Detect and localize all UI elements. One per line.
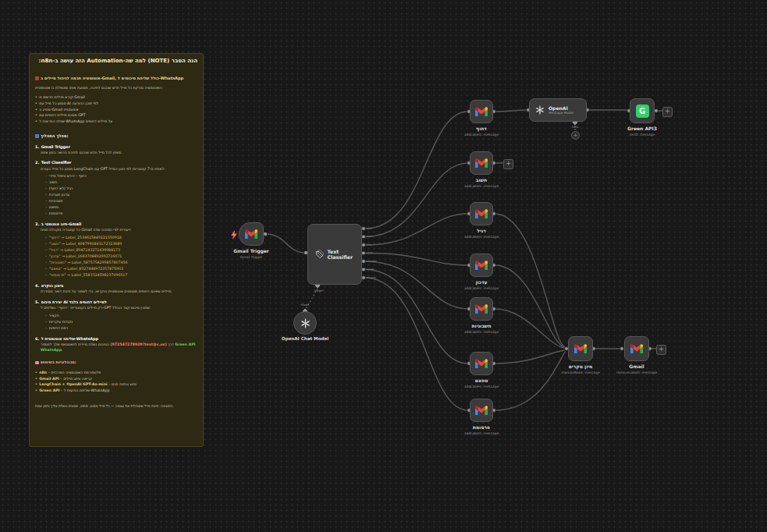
list-item: חשבוניות [45,199,197,204]
node-category-spam[interactable]: ספאם addLabels: message [470,352,493,375]
note-intro-heading: אוטומציה חכמה לניהול מיילים ב-Gmail, כול… [35,76,197,81]
output-label: ספאם [367,268,374,271]
label-mapping: "פרסומות" → Label_5583324598237096517 [45,273,197,278]
add-node-button[interactable]: + [656,345,666,355]
label-mapping: "חשבוניות" → Label_5875754299857807456 [45,261,197,266]
note-step-5: 5.יצירת סיכום AI למיילים דחופים בלבד רק … [35,300,197,332]
node-subtitle: addLabels: message [464,431,499,435]
node-subtitle: addLabels: message [464,286,499,290]
node-label: Gmail Trigger [233,248,269,254]
node-label: OpenAI Chat Model [282,336,329,341]
node-openai-chat-model[interactable]: Model OpenAI Chat Model [293,311,317,335]
output-label: דחוף [367,227,372,230]
label-mapping: "רגיל" → Label_8947143271439984173 [45,248,197,254]
add-node-button[interactable]: + [662,107,673,117]
node-subtitle: Message Model [549,111,573,115]
list-item: LangChain + OpenAI GPT-4o-mini – סיווג ו… [35,382,197,388]
node-subtitle: addLabels: message [464,235,499,239]
output-label: חשבוניות [367,260,377,263]
sticky-note[interactable]: הנה הסבר (NOTE) למה שה-Automation הזה עו… [29,53,204,447]
node-subtitle: removeLabels: message [616,371,657,374]
node-text-classifier[interactable]: Text Classifier דחוף חשוב רגיל עדכון חשב… [307,224,362,285]
output-label: פרסומת [367,276,376,279]
node-subtitle: addLabels: message [464,133,499,137]
gmail-icon [475,158,488,168]
openai-icon [300,317,311,329]
node-green-api[interactable]: G Green API3 send: message [630,98,655,123]
label-mapping: "ספאם" → Label_8327448972357875903 [45,267,197,272]
gmail-icon [475,406,488,416]
note-title: הנה הסבר (NOTE) למה שה-Automation הזה עו… [35,58,197,65]
node-mark-read[interactable]: מיון מקרים markAsRead: message [568,336,593,361]
node-subtitle: markAsRead: message [561,371,599,374]
gmail-icon [475,261,488,271]
label-mapping: "דחוף" → Label_2534615849221550918 [45,236,197,241]
node-label: פרסומת [473,424,490,430]
gmail-icon [574,344,587,354]
gmail-icon [630,344,643,354]
node-category-important[interactable]: חשוב addLabels: message [470,151,493,175]
gmail-icon [475,107,488,117]
list-item: מסווג כל מייל עם AI לפי תוכן ההודעה [35,101,197,107]
node-gmail-remove-labels[interactable]: Gmail removeLabels: message [624,336,649,361]
list-item: Green API – שליחת הודעות ל-WhatsApp [35,388,197,394]
node-label: דחוף [476,126,487,131]
output-label: רגיל [367,243,371,246]
note-step-6: 6.שליחה אוטומטית ל-WhatsApp הסיכום נשלח … [35,336,197,353]
node-label: חשוב [476,177,487,183]
note-step-4: 4.סימון כנקרא מיילים שאינם דחופים מסומני… [35,283,197,295]
label-mapping: "חשוב" → Label_4087990843172323689 [45,242,197,247]
node-label: עדכון [475,279,487,285]
node-label: Text Classifier [328,249,362,260]
whatsapp-number: (972547278920?text@c.us) [110,342,166,346]
node-openai-message[interactable]: OpenAI Message Model Tools [529,98,587,122]
node-label: Green API3 [627,126,657,131]
node-subtitle: Gmail Trigger [240,255,263,259]
node-gmail-trigger[interactable]: Gmail Trigger Gmail Trigger [239,222,264,246]
node-subtitle: send: message [630,133,655,137]
node-category-urgent[interactable]: דחוף addLabels: message [470,100,493,123]
list-item: רגיל (לא דחוף) [45,186,197,192]
note-tech-heading: טכנולוגיות בשימוש: [35,360,197,365]
tags-icon [315,250,324,259]
pin-emoji-icon [35,76,39,80]
node-label: Gmail [629,364,644,369]
node-label: ספאם [475,378,488,383]
node-subtitle: addLabels: message [464,385,499,388]
model-port-label: Model [293,303,317,307]
wrench-emoji-icon [35,361,39,365]
workflow-canvas[interactable]: הנה הסבר (NOTE) למה שה-Automation הזה עו… [0,0,767,532]
list-item: מתייג ב-Gmail אוטומטית [35,108,197,113]
output-label: עדכון [367,251,373,254]
tools-port-label: Tools [566,126,584,129]
green-api-icon: G [636,105,649,118]
list-item: Gmail API – קריאה ותיוג מיילים [35,377,197,382]
openai-icon [534,105,545,115]
gmail-icon [475,304,488,314]
add-tool-button[interactable]: + [571,131,580,140]
gmail-icon [245,229,257,239]
node-label: OpenAI [549,105,573,112]
cycle-emoji-icon [35,134,39,138]
trigger-lightning-icon [231,230,237,239]
node-category-regular[interactable]: רגיל addLabels: message [470,202,493,225]
label-mapping: "עדכון" → Label_1643708892992716071 [45,254,197,260]
node-label: חשבוניות [471,323,491,328]
node-label: מיון מקרים [569,364,593,369]
list-item: נקודות עיקריות [45,320,197,325]
list-item: n8n – פלטפורמת האוטומציה המרכזית [35,371,197,376]
note-step-1: 1.Gmail Trigger מאזין לכל מייל חדש שנכנס… [35,144,197,156]
add-node-button[interactable]: + [503,159,513,169]
list-item: תקציר [45,314,197,319]
list-item: קורא מיילים חדשים מ-Gmail [35,95,197,101]
note-step-3: 3.תיוג אוטומטי ב-Gmail כל קטגוריה מקבלת … [35,222,197,278]
node-subtitle: addLabels: message [464,330,499,334]
list-item: שולח התראות ל-WhatsApp על מיילים דחופים [35,119,197,125]
node-subtitle: addLabels: message [464,184,499,188]
node-category-update[interactable]: עדכון addLabels: message [470,254,493,277]
list-item: ספאם [45,205,197,211]
model-port-label: Model* [309,289,329,293]
node-category-ads[interactable]: פרסומת addLabels: message [470,399,493,422]
note-tech-list: n8n – פלטפורמת האוטומציה המרכזית Gmail A… [35,371,197,394]
node-category-invoices[interactable]: חשבוניות addLabels: message [470,297,493,321]
